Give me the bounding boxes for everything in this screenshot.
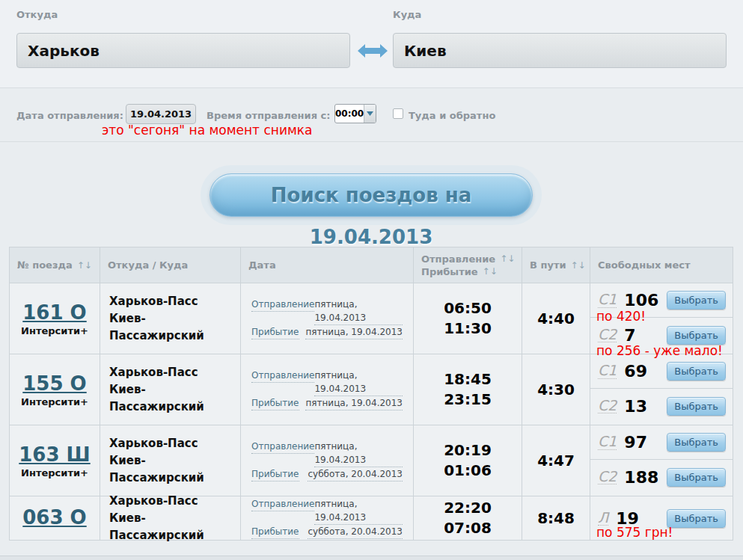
arrival-date-label: Прибытие xyxy=(251,467,299,481)
departure-time: 20:19 xyxy=(444,440,492,461)
to-input[interactable] xyxy=(393,33,727,68)
seat-class-label: С1 xyxy=(598,434,617,450)
col-header-date: Дата xyxy=(241,247,413,283)
col-header-duration-label: В пути xyxy=(530,259,566,271)
train-number-link[interactable]: 063 О xyxy=(22,506,86,529)
table-row-route: Харьков-Пасс Киев-Пассажирский xyxy=(100,283,240,354)
roundtrip-label: Туда и обратно xyxy=(409,110,495,121)
search-section: Поиск поездов на 19.04.2013 xyxy=(0,143,743,247)
table-row-train-number: 161 О Интерсити+ xyxy=(10,283,100,354)
departure-date-label: Отправление xyxy=(251,369,314,383)
departure-date-label: Отправление xyxy=(251,440,314,454)
station-from: Харьков-Пасс xyxy=(109,364,240,381)
seat-class-label: Л xyxy=(598,511,608,526)
train-number-link[interactable]: 155 О xyxy=(22,372,86,395)
arrival-date-value: пятница, 19.04.2013 xyxy=(305,325,403,339)
col-header-train-number-label: № поезда xyxy=(17,259,73,271)
seat-count: 13 xyxy=(624,397,647,416)
train-search-page: Откуда Куда Дата отправления: 19.04.2013… xyxy=(0,0,743,560)
table-row-route: Харьков-Пасс Киев-Пассажирский xyxy=(100,354,240,425)
seat-class-row: Л 19 Выбрать по 575 грн! xyxy=(590,496,733,540)
trains-table: № поезда ↑↓ Откуда / Куда Дата Отправлен… xyxy=(9,247,733,541)
station-to: Киев-Пассажирский xyxy=(109,510,240,544)
departure-time: 18:45 xyxy=(444,369,492,390)
arrival-date-value: пятница, 19.04.2013 xyxy=(305,396,403,410)
from-label: Откуда xyxy=(16,9,58,20)
roundtrip-checkbox[interactable] xyxy=(393,108,403,119)
table-row-train-number: 155 О Интерсити+ xyxy=(10,354,100,425)
table-row-times: 22:20 07:08 xyxy=(414,496,522,540)
table-row-times: 18:45 23:15 xyxy=(414,354,522,425)
table-row-dates: Отправление пятница, 19.04.2013 Прибытие… xyxy=(241,354,413,425)
time-label: Время отправления с: xyxy=(207,110,331,121)
col-header-train-number[interactable]: № поезда ↑↓ xyxy=(10,247,100,283)
station-from: Харьков-Пасс xyxy=(109,435,240,452)
sort-arrows-icon: ↑↓ xyxy=(571,260,586,271)
departure-time: 06:50 xyxy=(444,298,492,319)
col-header-route: Откуда / Куда xyxy=(100,247,240,283)
seat-count: 97 xyxy=(624,433,647,452)
departure-date-value: пятница, 19.04.2013 xyxy=(314,497,403,525)
station-to: Киев-Пассажирский xyxy=(109,452,240,487)
date-annotation-note: это "сегоня" на момент снимка xyxy=(102,123,312,138)
station-from: Харьков-Пасс xyxy=(109,493,240,510)
train-number-link[interactable]: 161 О xyxy=(22,301,86,324)
col-header-seats: Свободных мест xyxy=(590,247,733,283)
arrival-date-value: суббота, 20.04.2013 xyxy=(308,525,403,539)
table-row-times: 06:50 11:30 xyxy=(414,283,522,354)
time-select-value: 00:00 xyxy=(335,105,364,123)
select-seats-button[interactable]: Выбрать xyxy=(667,433,726,452)
datetime-section: Дата отправления: 19.04.2013 Время отпра… xyxy=(0,89,743,142)
arrival-time: 11:30 xyxy=(444,319,492,339)
chevron-down-icon xyxy=(364,105,376,123)
table-row-seats: С1 97 Выбрать С2 188 Выбрать xyxy=(590,425,733,496)
col-header-departure-arrival[interactable]: Отправление ↑↓ Прибытие ↑↓ xyxy=(414,247,522,283)
arrival-date-value: суббота, 20.04.2013 xyxy=(308,467,403,481)
departure-date-label: Отправление xyxy=(251,298,314,312)
select-seats-button[interactable]: Выбрать xyxy=(667,509,726,528)
departure-time: 22:20 xyxy=(444,498,492,518)
col-header-seats-label: Свободных мест xyxy=(598,259,691,271)
col-header-arrival-label: Прибытие xyxy=(421,265,478,278)
seat-class-label: С2 xyxy=(598,327,617,343)
table-row-duration: 4:47 xyxy=(522,425,590,496)
select-seats-button[interactable]: Выбрать xyxy=(667,468,726,487)
table-row-seats: Л 19 Выбрать по 575 грн! xyxy=(590,496,733,540)
station-to: Киев-Пассажирский xyxy=(109,310,240,345)
sort-arrows-icon: ↑↓ xyxy=(77,260,92,271)
train-number-link[interactable]: 163 Ш xyxy=(19,443,90,466)
table-row-dates: Отправление пятница, 19.04.2013 Прибытие… xyxy=(241,425,413,496)
search-trains-button[interactable]: Поиск поездов на 19.04.2013 xyxy=(210,173,533,217)
departure-date-value: пятница, 19.04.2013 xyxy=(314,298,403,325)
table-row-dates: Отправление пятница, 19.04.2013 Прибытие… xyxy=(241,496,413,540)
col-header-date-label: Дата xyxy=(248,259,276,271)
sort-arrows-icon: ↑↓ xyxy=(500,253,515,265)
time-select[interactable]: 00:00 xyxy=(334,104,376,123)
select-seats-button[interactable]: Выбрать xyxy=(667,326,726,345)
table-row-route: Харьков-Пасс Киев-Пассажирский xyxy=(100,496,240,540)
table-row-route: Харьков-Пасс Киев-Пассажирский xyxy=(100,425,240,496)
station-from: Харьков-Пасс xyxy=(109,293,240,310)
seat-class-row: С1 106 Выбрать по 420! xyxy=(590,283,733,318)
col-header-duration[interactable]: В пути ↑↓ xyxy=(522,247,590,283)
date-field[interactable]: 19.04.2013 xyxy=(126,104,196,124)
search-button-halo: Поиск поездов на 19.04.2013 xyxy=(201,165,542,225)
table-row-dates: Отправление пятница, 19.04.2013 Прибытие… xyxy=(241,283,413,354)
select-seats-button[interactable]: Выбрать xyxy=(667,291,726,310)
table-row-seats: С1 106 Выбрать по 420! С2 7 Выбрать по 2… xyxy=(590,283,733,354)
select-seats-button[interactable]: Выбрать xyxy=(667,362,726,381)
arrival-date-label: Прибытие xyxy=(251,525,299,539)
train-category: Интерсити+ xyxy=(21,467,88,479)
seat-class-row: С1 69 Выбрать xyxy=(590,354,733,389)
arrival-date-label: Прибытие xyxy=(251,396,299,410)
seat-class-label: С2 xyxy=(598,399,617,414)
seat-class-label: С1 xyxy=(598,292,617,308)
select-seats-button[interactable]: Выбрать xyxy=(667,397,726,416)
col-header-route-label: Откуда / Куда xyxy=(108,259,188,271)
seat-count: 188 xyxy=(624,468,658,487)
seat-class-row: С1 97 Выбрать xyxy=(590,425,733,460)
from-input[interactable] xyxy=(16,33,350,68)
seat-class-row: С2 188 Выбрать xyxy=(590,460,733,494)
swap-directions-icon xyxy=(357,43,388,59)
departure-date-value: пятница, 19.04.2013 xyxy=(314,440,403,467)
